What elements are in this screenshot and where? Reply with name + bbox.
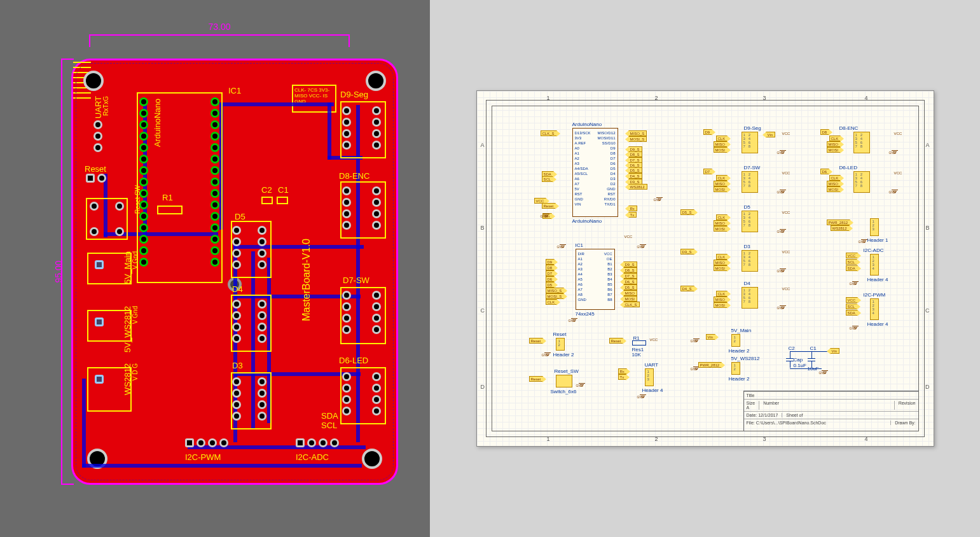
uart-header[interactable]: 123 [645, 368, 654, 386]
scl-label: SCL [321, 421, 337, 430]
main5v-title: 5V_Main [731, 328, 752, 333]
gnd-symbol: GND [693, 334, 700, 339]
net-clk: CLK [716, 291, 728, 296]
d8-pads2[interactable] [372, 186, 381, 230]
net-reset: Reset [542, 203, 556, 209]
schematic-view[interactable]: 1 2 3 4 1 2 3 4 A B C D A B C D ArduinoN… [430, 0, 980, 537]
net-d7: D7 [546, 270, 555, 276]
gnd-symbol: GND [861, 235, 867, 240]
gnd-symbol: GND [560, 240, 566, 245]
main5v-outline [87, 253, 132, 284]
vcc-label: VCC [625, 235, 633, 239]
net-scl: SCL [542, 176, 554, 182]
uart-pads[interactable] [93, 120, 102, 152]
r1-sym[interactable] [632, 340, 646, 345]
r1-label: R1 [162, 193, 173, 202]
d9-label: D9-Seg [340, 90, 368, 99]
c2-outline [261, 197, 273, 204]
zone-label: 3 [763, 436, 766, 442]
zone-label: 3 [763, 95, 766, 101]
d7-pads2[interactable] [372, 291, 381, 334]
tb-size: Size [747, 401, 756, 405]
d9-pads[interactable] [342, 106, 351, 150]
net-d8s: D8_S [628, 151, 642, 157]
d9seg-header[interactable]: 1 23 45 67 8 [742, 132, 758, 153]
tb-file-v: C:\Users\...\SPIBoardNano.SchDoc [756, 421, 826, 425]
d8enc-header[interactable]: 1 23 45 67 8 [853, 132, 870, 153]
net-d4s: D4_S [628, 173, 642, 179]
d5-pads2[interactable] [258, 226, 266, 269]
arduino-chip[interactable]: D13/SCK 3V3 A.REF A0 A1 A2 A3 A4/SDA A5/… [572, 128, 618, 217]
net-d5s: D5_S [628, 167, 642, 173]
pcb-view[interactable]: 73.00 95.00 CLK- 7CS 3V3- MISO VCC- IS G… [0, 0, 430, 537]
header1-sub: Header 1 [867, 237, 888, 243]
zone-label: 1 [547, 95, 550, 101]
header4c-sub: Header 4 [642, 387, 663, 393]
arduino-pads-right[interactable] [210, 97, 219, 267]
net-scl: SCL [846, 303, 858, 309]
net-miso: MISO [827, 181, 841, 186]
net-clk: CLK [716, 214, 728, 220]
header4b-sub: Header 4 [867, 321, 888, 327]
board-title: MasterBoard-V1.0 [301, 239, 312, 321]
i2c-pwm-header[interactable]: 1234 [870, 298, 879, 320]
ic1-pins-left: DIR A1 A2 A3 A4 A5 A6 A7 A8 GND [578, 251, 586, 302]
gnd-symbol: GND [780, 146, 786, 151]
i2c-pwm-pads[interactable] [185, 438, 228, 447]
gnd-symbol: GND [656, 193, 663, 198]
gnd-symbol: GND [780, 185, 786, 190]
net-clk: CLK [829, 136, 841, 141]
title-block: Title SizeA Number Revision Date: 12/1/2… [743, 391, 919, 431]
d9-pads2[interactable] [372, 106, 381, 150]
net-pwr2812: PWR_2812 [827, 220, 851, 225]
d3-pads[interactable] [232, 377, 241, 421]
ws-header[interactable]: 123 [870, 218, 879, 236]
d6-pads[interactable] [342, 372, 351, 415]
vdg-label: V D G [132, 363, 139, 380]
resetsw-switch[interactable] [556, 375, 572, 387]
d6-pads2[interactable] [372, 372, 381, 415]
d3-pads2[interactable] [258, 377, 266, 421]
d3-header[interactable]: 1 23 45 67 8 [742, 250, 758, 272]
net-vcc: VCC [846, 253, 859, 258]
d4-pads[interactable] [232, 300, 241, 343]
d4-pads2[interactable] [258, 300, 266, 343]
gnd-symbol: GND [780, 225, 786, 230]
reset-pads[interactable] [86, 174, 106, 183]
rxtx-label: RxTxG [102, 96, 109, 116]
d5-header[interactable]: 1 23 45 67 8 [742, 211, 758, 232]
gnd-symbol: GND [780, 301, 786, 306]
d7-pads[interactable] [342, 291, 351, 334]
net-mosi-s: MOSI_S [546, 293, 565, 299]
net-clk: CLK [829, 175, 841, 181]
net-clk: CLK [716, 254, 728, 260]
vcc-label: VCC [650, 338, 658, 342]
net-d3s: D3_S [680, 249, 694, 255]
d5-pads[interactable] [232, 226, 241, 269]
r1-val: 10K [632, 352, 641, 358]
main5v-header[interactable]: 12 [731, 334, 740, 347]
ws5v-header[interactable]: 12 [731, 362, 740, 375]
reset-header[interactable]: 12 [556, 338, 565, 351]
net-d6: D6 [546, 276, 555, 282]
ic1-pins-right: VCC OE B1 B2 B3 B4 B5 B6 B7 B8 [604, 251, 612, 302]
i2c-adc-header[interactable]: 1234 [870, 254, 879, 275]
arduino-pads-left[interactable] [139, 97, 148, 267]
tb-file-l: File: [747, 421, 755, 425]
header2c-sub: Header 2 [729, 376, 750, 382]
d8-label: D8-ENC [339, 171, 369, 181]
d8enc-title: D8-ENC [839, 125, 859, 131]
d7sw-header[interactable]: 1 23 45 67 8 [742, 171, 758, 193]
d4-header[interactable]: 1 23 45 67 8 [742, 287, 758, 309]
i2c-adc-pads[interactable] [296, 438, 339, 447]
arduino-outline [137, 92, 223, 283]
d6led-header[interactable]: 1 23 45 67 8 [853, 171, 870, 193]
net-tx: Tx [628, 212, 637, 218]
tb-size-v: A [747, 405, 750, 410]
vcc-label: VCC [782, 211, 790, 214]
schematic-sheet[interactable]: 1 2 3 4 1 2 3 4 A B C D A B C D ArduinoN… [476, 90, 934, 447]
ic1-chip[interactable]: DIR A1 A2 A3 A4 A5 A6 A7 A8 GND VCC OE B… [576, 249, 615, 310]
d8-pads[interactable] [342, 186, 351, 230]
net-miso-s: MISO_S [546, 288, 565, 293]
pcb-board[interactable]: CLK- 7CS 3V3- MISO VCC- IS GND ArduinoNa… [71, 59, 398, 485]
